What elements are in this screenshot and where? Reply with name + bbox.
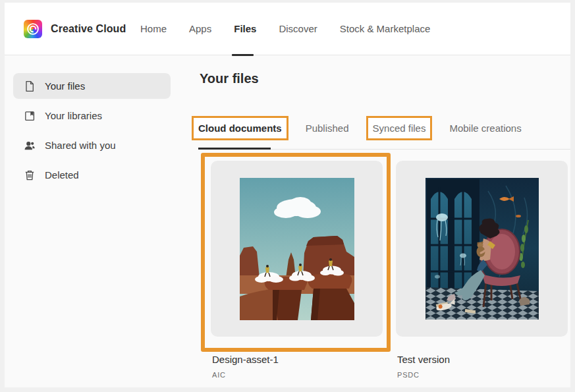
tab-synced-files[interactable]: Synced files	[366, 116, 433, 140]
file-card-design-asset-1: Design-asset-1 AIC	[211, 161, 383, 379]
file-name[interactable]: Design-asset-1	[211, 354, 383, 365]
primary-nav: Home Apps Files Discover Stock & Marketp…	[140, 3, 430, 55]
nav-item-files[interactable]: Files	[234, 23, 256, 34]
file-type-label: AIC	[211, 371, 383, 379]
tab-published[interactable]: Published	[299, 116, 356, 140]
active-nav-underline	[232, 54, 254, 56]
page: Creative Cloud Home Apps Files Discover …	[5, 3, 570, 387]
desert-cloud-riders-thumbnail	[240, 178, 354, 320]
cc-mark-icon	[26, 22, 40, 36]
nav-item-discover[interactable]: Discover	[279, 23, 317, 34]
file-type-label: PSDC	[396, 371, 568, 379]
file-name[interactable]: Test version	[396, 354, 568, 365]
underwater-room-mermaid-thumbnail	[425, 178, 539, 320]
people-icon	[24, 140, 36, 152]
library-icon	[24, 110, 36, 122]
trash-icon	[24, 169, 36, 181]
files-tabs: Cloud documents Published Synced files M…	[192, 116, 528, 140]
sidebar-item-label: Deleted	[45, 169, 79, 181]
nav-item-apps[interactable]: Apps	[189, 23, 211, 34]
sidebar-item-your-files[interactable]: Your files	[13, 73, 171, 99]
sidebar-item-label: Shared with you	[45, 140, 116, 151]
brand-label: Creative Cloud	[51, 23, 126, 35]
nav-item-stock-marketplace[interactable]: Stock & Marketplace	[340, 23, 431, 34]
file-grid: Design-asset-1 AIC	[211, 161, 568, 379]
top-navigation-bar: Creative Cloud Home Apps Files Discover …	[5, 3, 570, 55]
sidebar-item-label: Your libraries	[45, 110, 102, 121]
creative-cloud-home-link[interactable]: Creative Cloud	[24, 3, 126, 55]
sidebar-item-your-libraries[interactable]: Your libraries	[13, 103, 171, 128]
sidebar-item-shared-with-you[interactable]: Shared with you	[13, 132, 171, 158]
file-tile-design-asset-1[interactable]	[211, 161, 383, 337]
file-tile-test-version[interactable]	[396, 161, 568, 337]
tab-mobile-creations[interactable]: Mobile creations	[443, 116, 528, 140]
nav-item-home[interactable]: Home	[140, 23, 167, 34]
sidebar-item-deleted[interactable]: Deleted	[13, 162, 171, 188]
file-card-test-version: Test version PSDC	[396, 161, 568, 379]
sidebar-item-label: Your files	[45, 80, 85, 92]
active-tab-underline	[198, 148, 271, 150]
file-icon	[24, 80, 36, 92]
tab-cloud-documents[interactable]: Cloud documents	[192, 116, 288, 140]
page-title: Your files	[200, 71, 259, 86]
sidebar: Your files Your libraries Shared with yo…	[13, 73, 171, 192]
creative-cloud-logo	[24, 20, 42, 38]
